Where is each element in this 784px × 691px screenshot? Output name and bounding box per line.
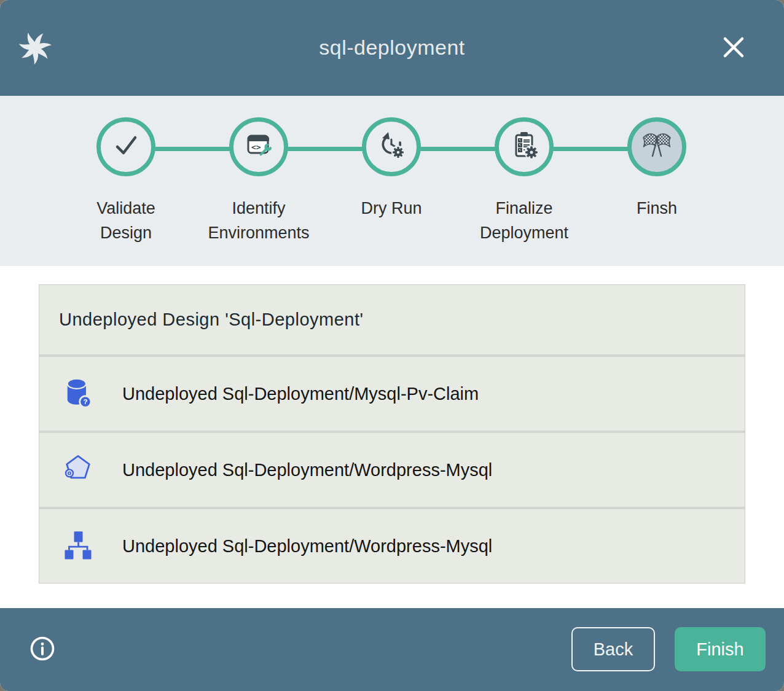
close-icon	[720, 34, 747, 63]
status-row: Undeployed Sql-Deployment/Wordpress-Mysq…	[39, 433, 745, 507]
status-row-text: Undeployed Sql-Deployment/Wordpress-Mysq…	[122, 460, 492, 480]
clipboard-gear-icon	[508, 130, 540, 164]
status-row-text: Undeployed Sql-Deployment/Wordpress-Mysq…	[122, 536, 492, 556]
step-circle-finish[interactable]	[627, 117, 686, 176]
dialog-header: sql-deployment	[0, 0, 784, 96]
status-list: Undeployed Design 'Sql-Deployment' ? Und…	[39, 284, 745, 584]
sql-deployment-dialog: sql-deployment	[0, 0, 784, 691]
status-row-text: Undeployed Sql-Deployment/Mysql-Pv-Claim	[122, 384, 479, 404]
finish-button[interactable]: Finish	[675, 627, 766, 671]
deployment-status-panel: Undeployed Design 'Sql-Deployment' ? Und…	[0, 266, 784, 608]
step-label: Finsh	[601, 197, 713, 221]
hierarchy-icon	[61, 528, 95, 564]
design-status-row: Undeployed Design 'Sql-Deployment'	[39, 285, 745, 354]
step-label: Dry Run	[335, 197, 447, 221]
dialog-title: sql-deployment	[0, 36, 784, 60]
wizard-stepper: Validate Design <>	[0, 96, 784, 266]
code-window-wrench-icon: <>	[243, 130, 275, 164]
checkered-flags-icon	[640, 128, 674, 165]
step-circle-identify-environments[interactable]: <>	[229, 117, 288, 176]
step-dry-run: Dry Run	[325, 96, 458, 245]
back-button[interactable]: Back	[571, 627, 655, 671]
step-validate-design: Validate Design	[60, 96, 192, 245]
rerun-clock-gear-icon	[375, 130, 407, 164]
dialog-footer: Back Finish	[0, 608, 784, 691]
step-identify-environments: <> Identify Environments	[192, 96, 325, 245]
step-circle-finalize-deployment[interactable]	[495, 117, 554, 176]
database-icon: ?	[61, 376, 95, 412]
step-finalize-deployment: Finalize Deployment	[458, 96, 590, 245]
step-label: Identify Environments	[203, 197, 315, 245]
step-label: Finalize Deployment	[468, 197, 580, 245]
step-finish: Finsh	[590, 96, 723, 245]
info-button[interactable]	[29, 636, 56, 663]
check-icon	[110, 130, 142, 164]
info-icon	[29, 635, 56, 664]
status-row: Undeployed Sql-Deployment/Wordpress-Mysq…	[39, 509, 745, 583]
status-row: ? Undeployed Sql-Deployment/Mysql-Pv-Cla…	[39, 357, 745, 431]
step-circle-validate-design[interactable]	[96, 117, 155, 176]
close-button[interactable]	[720, 34, 747, 61]
svg-text:?: ?	[83, 398, 87, 405]
design-status-text: Undeployed Design 'Sql-Deployment'	[59, 310, 364, 330]
step-circle-dry-run[interactable]	[362, 117, 421, 176]
step-label: Validate Design	[70, 197, 182, 245]
svg-text:<>: <>	[251, 142, 261, 152]
pentagon-app-icon	[61, 452, 95, 488]
